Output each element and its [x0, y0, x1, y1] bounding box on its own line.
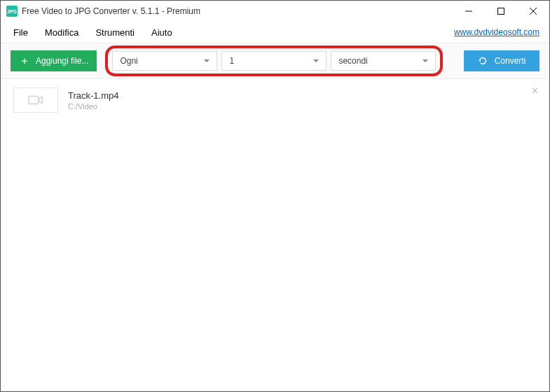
chevron-down-icon	[204, 59, 209, 62]
menu-file[interactable]: File	[13, 27, 28, 38]
window-title: Free Video to JPG Converter v. 5.1.1 - P…	[22, 6, 200, 16]
titlebar: JPG Free Video to JPG Converter v. 5.1.1…	[1, 1, 549, 22]
maximize-button[interactable]	[485, 1, 517, 22]
mode-select[interactable]: Ogni	[112, 51, 217, 71]
file-name: Track-1.mp4	[68, 90, 118, 101]
file-list: Track-1.mp4 C:/Video ×	[1, 79, 549, 391]
svg-rect-1	[498, 8, 504, 15]
unit-select-value: secondi	[338, 56, 367, 66]
app-icon: JPG	[6, 6, 18, 17]
value-select-value: 1	[229, 56, 234, 66]
file-path: C:/Video	[68, 102, 118, 111]
minimize-button[interactable]	[453, 1, 485, 22]
menu-help[interactable]: Aiuto	[151, 27, 172, 38]
unit-select[interactable]: secondi	[331, 51, 436, 71]
refresh-icon	[478, 56, 488, 66]
website-link[interactable]: www.dvdvideosoft.com	[454, 27, 539, 37]
file-meta: Track-1.mp4 C:/Video	[68, 90, 118, 111]
extraction-settings-highlight: Ogni 1 secondi	[105, 46, 443, 76]
convert-label: Converti	[495, 56, 526, 66]
chevron-down-icon	[313, 59, 319, 62]
value-select[interactable]: 1	[221, 51, 326, 71]
convert-button[interactable]: Converti	[464, 50, 539, 71]
add-file-label: Aggiungi file...	[36, 56, 88, 66]
svg-rect-4	[29, 97, 39, 104]
camera-icon	[28, 94, 43, 106]
list-item[interactable]: Track-1.mp4 C:/Video ×	[1, 79, 549, 121]
video-thumbnail	[13, 88, 58, 113]
mode-select-value: Ogni	[120, 56, 137, 66]
chevron-down-icon	[422, 59, 428, 62]
menubar: File Modifica Strumenti Aiuto www.dvdvid…	[1, 22, 549, 43]
remove-file-button[interactable]: ×	[532, 85, 538, 97]
plus-icon: ＋	[19, 55, 30, 66]
add-file-button[interactable]: ＋ Aggiungi file...	[11, 50, 97, 71]
close-icon: ×	[532, 85, 538, 97]
close-button[interactable]	[517, 1, 549, 22]
menu-tools[interactable]: Strumenti	[95, 27, 135, 38]
menu-edit[interactable]: Modifica	[45, 27, 78, 38]
window-controls	[453, 1, 549, 22]
toolbar: ＋ Aggiungi file... Ogni 1 secondi Conver…	[1, 43, 549, 79]
